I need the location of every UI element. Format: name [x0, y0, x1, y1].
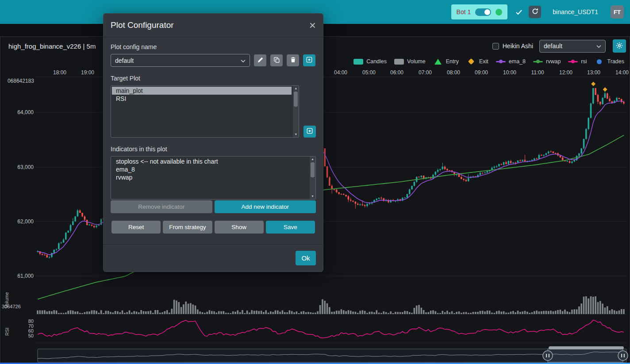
legend-item-trades[interactable]: Trades — [594, 58, 624, 65]
reset-button[interactable]: Reset — [111, 221, 161, 234]
legend-label: Trades — [607, 58, 624, 65]
add-plot-button[interactable] — [303, 126, 316, 138]
add-indicator-button[interactable]: Add new indicator — [215, 200, 316, 213]
refresh-icon — [532, 8, 538, 16]
scroll-up-icon[interactable]: ▲ — [294, 87, 297, 90]
linedot-swatch-icon — [533, 58, 543, 65]
config-name-select-value: default — [115, 57, 134, 64]
scrollbar[interactable]: ▲ ▼ — [293, 86, 299, 137]
indicators-list[interactable]: stoploss <-- not available in this chart… — [111, 156, 316, 199]
bot-toggle[interactable] — [475, 8, 491, 16]
gear-icon — [616, 42, 623, 50]
ok-button[interactable]: Ok — [296, 251, 316, 265]
plot-config-select[interactable]: default — [539, 40, 606, 53]
close-button[interactable]: × — [309, 21, 316, 30]
target-plot-list[interactable]: main_plotRSI ▲ ▼ — [111, 85, 299, 138]
refresh-button[interactable] — [529, 6, 541, 18]
heikin-ashi-label: Heikin Ashi — [503, 42, 533, 50]
legend-item-ema-8[interactable]: ema_8 — [496, 58, 526, 65]
scroll-down-icon[interactable]: ▼ — [294, 133, 297, 136]
plot-settings-button[interactable] — [613, 39, 626, 53]
bot-selector-button[interactable]: Bot 1 — [451, 4, 508, 19]
indicator-item[interactable]: stoploss <-- not available in this chart — [112, 157, 308, 165]
legend-item-exit[interactable]: Exit — [466, 58, 488, 65]
linedot-swatch-icon — [568, 58, 578, 65]
bot-account-label: binance_USDT1 — [553, 8, 598, 15]
legend-label: Candles — [366, 58, 387, 65]
legend-item-candles[interactable]: Candles — [353, 58, 387, 65]
remove-indicator-button[interactable]: Remove indicator — [111, 200, 212, 213]
rect-swatch-icon — [353, 58, 364, 65]
toggle-knob — [484, 9, 490, 15]
edit-config-button[interactable] — [254, 54, 266, 66]
target-plot-item[interactable]: main_plot — [112, 87, 292, 95]
pencil-icon — [257, 57, 263, 64]
legend-label: Exit — [479, 58, 488, 65]
show-button[interactable]: Show — [215, 221, 264, 234]
indicator-item[interactable]: ema_8 — [112, 165, 308, 173]
plot-configurator-modal: Plot Configurator × Plot config name def… — [103, 13, 323, 272]
from-strategy-button[interactable]: From strategy — [163, 221, 212, 234]
modal-footer: Ok — [104, 244, 323, 272]
scroll-up-icon[interactable]: ▲ — [311, 157, 314, 161]
legend-item-rsi[interactable]: rsi — [568, 58, 587, 65]
config-row: default — [111, 54, 316, 67]
legend-item-entry[interactable]: Entry — [433, 58, 459, 65]
legend-label: rvwap — [546, 58, 561, 65]
chevron-down-icon — [241, 57, 246, 64]
check-icon — [516, 10, 522, 15]
dot-swatch-icon — [594, 58, 605, 65]
rect-swatch-icon — [394, 58, 404, 65]
plot-config-name-label: Plot config name — [111, 43, 316, 50]
diamond-swatch-icon — [466, 58, 476, 65]
copy-config-button[interactable] — [270, 54, 283, 66]
target-plot-label: Target Plot — [111, 75, 316, 82]
bot-name-label: Bot 1 — [457, 8, 471, 15]
bot-online-indicator — [496, 9, 502, 15]
triangle-swatch-icon — [433, 58, 443, 65]
modal-body: Plot config name default — [104, 37, 323, 244]
delete-config-button[interactable] — [287, 54, 299, 66]
scrollbar[interactable]: ▲ ▼ — [310, 157, 315, 199]
screen: Bot 1 binance_USDT1 FT high_frog_binance… — [0, 0, 630, 364]
trash-icon — [290, 57, 296, 64]
scroll-thumb[interactable] — [294, 92, 298, 107]
indicators-label: Indicators in this plot — [111, 146, 316, 153]
user-avatar-button[interactable]: FT — [611, 5, 624, 19]
plot-config-select-value: default — [544, 42, 562, 50]
modal-header: Plot Configurator × — [104, 14, 323, 37]
legend-label: ema_8 — [509, 58, 526, 65]
modal-title: Plot Configurator — [111, 20, 174, 30]
legend-label: rsi — [581, 58, 587, 65]
plus-square-icon — [306, 57, 312, 64]
linedot-swatch-icon — [496, 58, 506, 65]
config-name-select[interactable]: default — [111, 54, 250, 67]
add-config-button[interactable] — [303, 54, 315, 66]
legend-item-volume[interactable]: Volume — [394, 58, 426, 65]
target-plot-row: main_plotRSI ▲ ▼ — [111, 85, 316, 138]
indicator-item[interactable]: rvwap — [112, 173, 308, 181]
legend-item-rvwap[interactable]: rvwap — [533, 58, 561, 65]
chevron-down-icon — [596, 42, 601, 50]
plus-square-icon — [307, 128, 313, 135]
legend-label: Volume — [407, 58, 426, 65]
save-button[interactable]: Save — [266, 221, 315, 234]
indicator-buttons-row: Remove indicator Add new indicator — [111, 200, 316, 213]
copy-icon — [274, 57, 280, 64]
heikin-ashi-checkbox[interactable] — [492, 43, 499, 50]
scroll-down-icon[interactable]: ▼ — [311, 195, 314, 198]
scroll-thumb[interactable] — [311, 162, 315, 177]
target-plot-item[interactable]: RSI — [112, 95, 292, 103]
config-action-row: Reset From strategy Show Save — [111, 221, 315, 234]
legend-label: Entry — [446, 58, 459, 65]
